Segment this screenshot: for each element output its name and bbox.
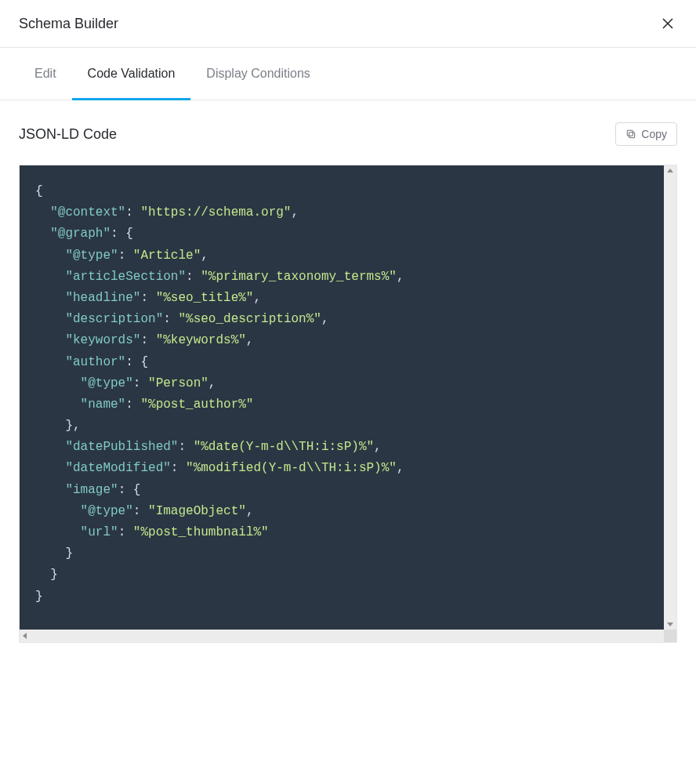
- copy-button-label: Copy: [641, 128, 667, 140]
- modal-title: Schema Builder: [19, 16, 118, 32]
- tabs-bar: Edit Code Validation Display Conditions: [0, 48, 696, 100]
- modal-header: Schema Builder: [0, 0, 696, 48]
- content-area: JSON-LD Code Copy { "@context": "https:/…: [0, 100, 696, 665]
- tab-edit[interactable]: Edit: [19, 48, 72, 100]
- close-button[interactable]: [658, 14, 677, 33]
- code-editor[interactable]: { "@context": "https://schema.org", "@gr…: [20, 165, 676, 630]
- svg-rect-1: [628, 130, 633, 136]
- tab-display-conditions[interactable]: Display Conditions: [190, 48, 326, 100]
- code-editor-wrapper: { "@context": "https://schema.org", "@gr…: [19, 165, 677, 643]
- tab-code-validation[interactable]: Code Validation: [72, 48, 191, 100]
- copy-button[interactable]: Copy: [615, 122, 677, 146]
- copy-icon: [625, 129, 636, 140]
- vertical-scrollbar[interactable]: [664, 165, 676, 630]
- close-icon: [661, 16, 675, 31]
- svg-rect-0: [629, 132, 635, 138]
- section-header: JSON-LD Code Copy: [19, 122, 677, 146]
- scrollbar-corner: [664, 630, 676, 642]
- horizontal-scrollbar[interactable]: [20, 630, 676, 642]
- section-title: JSON-LD Code: [19, 126, 117, 143]
